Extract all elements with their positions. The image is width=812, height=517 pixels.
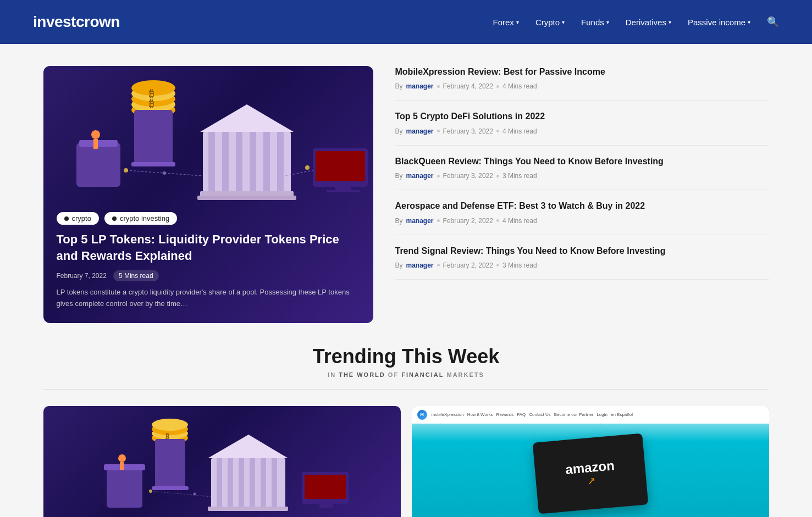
article-meta: By manager February 4, 2022 4 Mins read <box>395 82 769 90</box>
featured-article-meta: February 7, 2022 5 Mins read <box>57 270 360 281</box>
featured-illustration: ₿ ₿ <box>43 66 373 203</box>
svg-point-31 <box>305 165 310 170</box>
featured-article-title[interactable]: Top 5 LP Tokens: Liquidity Provider Toke… <box>57 231 360 264</box>
article-tags: crypto crypto investing <box>57 212 360 225</box>
amazon-gift-card: amazon ↗ <box>532 433 648 514</box>
trending-title: Trending This Week <box>43 345 769 368</box>
svg-rect-11 <box>134 110 173 165</box>
chevron-down-icon: ▾ <box>606 19 609 25</box>
trending-subtitle: IN THE WORLD OF FINANCIAL MARKETS <box>43 371 769 378</box>
svg-rect-0 <box>76 143 120 187</box>
svg-rect-48 <box>250 458 255 508</box>
search-button[interactable]: 🔍 <box>767 16 779 28</box>
main-nav: Forex ▾ Crypto ▾ Funds ▾ Derivatives ▾ P… <box>493 16 779 28</box>
article-author[interactable]: manager <box>406 172 434 180</box>
article-meta: By manager February 2, 2022 3 Mins read <box>395 262 769 269</box>
svg-rect-3 <box>93 139 98 149</box>
svg-rect-54 <box>319 504 333 508</box>
nav-derivatives[interactable]: Derivatives ▾ <box>626 18 671 27</box>
sidebar-article-title[interactable]: Trend Signal Review: Things You Need to … <box>395 245 769 257</box>
svg-point-34 <box>118 454 126 462</box>
svg-rect-47 <box>239 458 244 508</box>
featured-article-excerpt: LP tokens constitute a crypto liquidity … <box>57 287 360 310</box>
list-item: MobileXpression Review: Best for Passive… <box>395 66 769 101</box>
dot-icon <box>496 264 499 266</box>
nav-forex[interactable]: Forex ▾ <box>493 18 519 27</box>
tag-crypto-investing[interactable]: crypto investing <box>104 212 177 225</box>
section-divider <box>43 389 769 390</box>
svg-text:₿: ₿ <box>149 98 154 109</box>
svg-rect-17 <box>236 132 242 192</box>
trending-section: Trending This Week IN THE WORLD OF FINAN… <box>21 345 791 517</box>
article-author[interactable]: manager <box>406 217 434 225</box>
site-logo[interactable]: investcrown <box>33 13 120 31</box>
svg-rect-19 <box>263 132 270 192</box>
chevron-down-icon: ▾ <box>516 19 519 25</box>
svg-rect-33 <box>104 464 145 470</box>
svg-text:₿: ₿ <box>149 88 154 99</box>
svg-rect-24 <box>316 151 365 181</box>
svg-rect-50 <box>272 458 277 508</box>
dot-icon <box>437 219 440 222</box>
tag-dot-icon <box>112 216 117 221</box>
svg-point-30 <box>163 171 166 175</box>
dot-icon <box>496 219 499 222</box>
nav-crypto[interactable]: Crypto ▾ <box>535 18 565 27</box>
svg-rect-46 <box>228 458 233 508</box>
svg-point-39 <box>152 419 188 431</box>
article-meta: By manager February 3, 2022 3 Mins read <box>395 172 769 180</box>
tag-dot-icon <box>64 216 69 221</box>
svg-rect-53 <box>305 475 346 499</box>
article-author[interactable]: manager <box>406 127 434 135</box>
svg-rect-22 <box>197 196 296 200</box>
list-item: Top 5 Crypto DeFi Solutions in 2022 By m… <box>395 101 769 145</box>
featured-article[interactable]: ₿ ₿ <box>43 66 373 323</box>
chevron-down-icon: ▾ <box>669 19 671 25</box>
article-author[interactable]: manager <box>406 262 434 269</box>
featured-article-date: February 7, 2022 <box>57 272 107 280</box>
svg-rect-20 <box>277 132 284 192</box>
svg-rect-51 <box>208 507 288 511</box>
svg-rect-26 <box>327 190 360 192</box>
dot-icon <box>437 175 440 177</box>
article-meta: By manager February 3, 2022 4 Mins read <box>395 127 769 135</box>
main-content: ₿ ₿ <box>21 66 791 323</box>
svg-rect-15 <box>208 132 215 192</box>
trending-header: Trending This Week IN THE WORLD OF FINAN… <box>43 345 769 378</box>
tag-crypto[interactable]: crypto <box>57 212 99 225</box>
mobile-header-bar: M mobileXpression How it Works Rewards F… <box>412 406 769 424</box>
dot-icon <box>437 85 440 88</box>
sidebar-article-title[interactable]: Aerospace and Defense ETF: Best 3 to Wat… <box>395 200 769 212</box>
dot-icon <box>437 130 440 132</box>
trending-card-mobile[interactable]: M mobileXpression How it Works Rewards F… <box>412 406 769 517</box>
list-item: Aerospace and Defense ETF: Best 3 to Wat… <box>395 190 769 235</box>
chevron-down-icon: ▾ <box>748 19 750 25</box>
mobile-nav: mobileXpression How it Works Rewards FAQ… <box>432 412 633 417</box>
nav-funds[interactable]: Funds ▾ <box>581 18 609 27</box>
chevron-down-icon: ▾ <box>562 19 565 25</box>
trending-grid: ₿ <box>43 406 769 517</box>
svg-rect-1 <box>79 140 118 147</box>
svg-rect-35 <box>120 462 124 470</box>
svg-rect-16 <box>222 132 229 192</box>
svg-line-57 <box>151 491 211 497</box>
sidebar-articles: MobileXpression Review: Best for Passive… <box>395 66 769 323</box>
sidebar-article-title[interactable]: Top 5 Crypto DeFi Solutions in 2022 <box>395 110 769 123</box>
svg-rect-45 <box>217 458 222 508</box>
dot-icon <box>496 85 499 88</box>
svg-point-2 <box>91 130 100 139</box>
article-author[interactable]: manager <box>406 82 434 90</box>
list-item: BlackQueen Review: Things You Need to Kn… <box>395 146 769 190</box>
featured-read-time: 5 Mins read <box>113 270 159 281</box>
amazon-card-visual: amazon ↗ <box>412 424 769 517</box>
sidebar-article-title[interactable]: MobileXpression Review: Best for Passive… <box>395 66 769 78</box>
list-item: Trend Signal Review: Things You Need to … <box>395 235 769 280</box>
svg-rect-41 <box>155 439 185 488</box>
nav-passive-income[interactable]: Passive income ▾ <box>688 18 750 27</box>
article-meta: By manager February 2, 2022 4 Mins read <box>395 217 769 225</box>
sidebar-article-title[interactable]: BlackQueen Review: Things You Need to Kn… <box>395 155 769 168</box>
svg-rect-18 <box>250 132 256 192</box>
site-header: investcrown Forex ▾ Crypto ▾ Funds ▾ Der… <box>0 0 812 44</box>
svg-rect-49 <box>261 458 266 508</box>
trending-card-crypto[interactable]: ₿ <box>43 406 401 517</box>
